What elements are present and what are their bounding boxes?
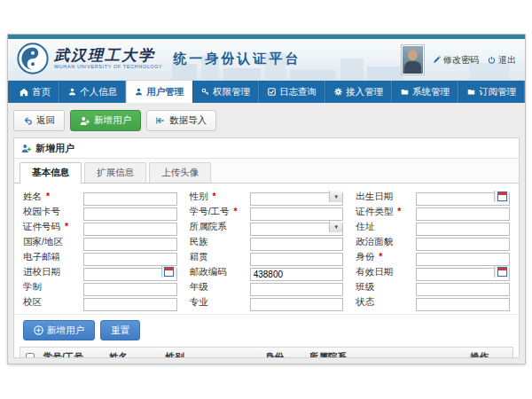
form-field-ethnicity: 民族 xyxy=(190,235,344,248)
app-window: 武汉理工大学 WUHAN UNIVERSITY OF TECHNOLOGY 统一… xyxy=(7,34,526,364)
university-name-cn: 武汉理工大学 xyxy=(54,48,162,63)
campus-card-no-input[interactable] xyxy=(83,207,177,221)
form-field-class: 班级 xyxy=(356,280,510,293)
user-icon xyxy=(68,88,76,96)
student-id-input[interactable] xyxy=(250,207,344,221)
id-type-label: 证件类型 * xyxy=(356,206,416,218)
status-label: 状态 xyxy=(356,296,416,309)
panel-tabs: 基本信息扩展信息上传头像 xyxy=(14,159,519,184)
country-region-input[interactable] xyxy=(83,238,177,251)
plus-circle-icon xyxy=(34,325,43,335)
form-field-id-number: 证件号码 * xyxy=(23,220,177,233)
nav-tab-user-management[interactable]: 用户管理 xyxy=(126,81,192,103)
content-area: 返回 新增用户 数据导入 新增用户 基本信息 xyxy=(8,103,525,364)
add-user-panel: 新增用户 基本信息扩展信息上传头像 姓名 *性别 *▼出生日期 校园卡号 学号/… xyxy=(13,137,520,358)
nav-tab-access-management[interactable]: 接入管理 xyxy=(325,81,392,103)
submit-button-label: 新增用户 xyxy=(47,325,84,337)
user-list-table: 学号/工号姓名性别身份所属院系操作 xyxy=(20,347,513,357)
nav-tab-label: 个人信息 xyxy=(80,86,117,98)
folder-icon xyxy=(401,88,409,96)
status-input[interactable] xyxy=(416,298,510,311)
form-grid: 姓名 *性别 *▼出生日期 校园卡号 学号/工号 *证件类型 *证件号码 *所属… xyxy=(14,184,519,313)
native-place-input[interactable] xyxy=(250,253,344,266)
postal-code-input[interactable] xyxy=(250,268,344,281)
name-input[interactable] xyxy=(83,192,177,206)
campus-input[interactable] xyxy=(83,298,177,311)
nav-tab-log-query[interactable]: 日志查询 xyxy=(259,81,325,103)
logout-link[interactable]: 退出 xyxy=(488,54,516,66)
select-all-checkbox[interactable] xyxy=(26,353,35,358)
back-button-label: 返回 xyxy=(36,114,55,127)
political-status-label: 政治面貌 xyxy=(356,236,416,248)
id-type-input[interactable] xyxy=(416,207,510,221)
submit-add-user-button[interactable]: 新增用户 xyxy=(23,320,95,340)
name-label: 姓名 * xyxy=(23,191,83,203)
key-icon xyxy=(201,88,209,96)
form-field-status: 状态 xyxy=(356,295,510,309)
form-field-country-region: 国家/地区 xyxy=(23,235,177,248)
column-header-student-id: 学号/工号 xyxy=(40,351,106,358)
nav-tab-label: 系统管理 xyxy=(412,86,450,98)
change-password-label: 修改密码 xyxy=(443,54,479,66)
nav-bar: 首页个人信息用户管理权限管理日志查询接入管理系统管理订阅管理 xyxy=(8,81,525,103)
panel-title: 新增用户 xyxy=(35,142,74,155)
schooling-length-label: 学制 xyxy=(23,281,83,293)
calendar-icon[interactable] xyxy=(494,191,509,202)
university-name-en: WUHAN UNIVERSITY OF TECHNOLOGY xyxy=(54,65,162,70)
id-number-label: 证件号码 * xyxy=(23,221,83,233)
schooling-length-input[interactable] xyxy=(83,283,177,296)
form-field-grade: 年级 xyxy=(190,280,344,293)
nav-tab-personal-info[interactable]: 个人信息 xyxy=(59,81,126,103)
gender-label: 性别 * xyxy=(190,191,250,203)
identity-input[interactable] xyxy=(416,253,510,266)
form-field-entry-date: 进校日期 xyxy=(23,265,177,278)
grade-input[interactable] xyxy=(250,283,344,296)
nav-tab-label: 用户管理 xyxy=(146,86,184,98)
class-label: 班级 xyxy=(356,281,416,293)
toolbar: 返回 新增用户 数据导入 xyxy=(13,110,520,131)
nav-tab-system-management[interactable]: 系统管理 xyxy=(392,81,458,103)
nav-tab-home[interactable]: 首页 xyxy=(12,81,59,103)
major-input[interactable] xyxy=(250,298,344,311)
tab-upload-avatar[interactable]: 上传头像 xyxy=(149,162,211,183)
postal-code-label: 邮政编码 xyxy=(190,266,250,278)
reset-button-label: 重置 xyxy=(111,325,129,337)
form-field-campus: 校区 xyxy=(23,295,177,309)
gear-icon xyxy=(334,88,342,96)
column-header-identity: 身份 xyxy=(262,351,306,358)
change-password-link[interactable]: 修改密码 xyxy=(433,54,479,66)
nav-tab-subscription-management[interactable]: 订阅管理 xyxy=(458,81,525,103)
major-label: 专业 xyxy=(190,296,250,309)
tab-basic-info[interactable]: 基本信息 xyxy=(20,162,82,184)
back-arrow-icon xyxy=(23,116,32,125)
form-field-name: 姓名 * xyxy=(23,190,177,203)
platform-title: 统一身份认证平台 xyxy=(173,51,301,67)
id-number-input[interactable] xyxy=(83,223,177,236)
department-label: 所属院系 xyxy=(190,221,250,233)
form-field-schooling-length: 学制 xyxy=(23,280,177,293)
required-asterisk: * xyxy=(46,191,50,201)
ethnicity-input[interactable] xyxy=(250,238,344,251)
native-place-label: 籍贯 xyxy=(190,251,250,263)
chevron-down-icon[interactable]: ▼ xyxy=(329,191,342,202)
form-field-identity: 身份 * xyxy=(356,250,510,263)
address-label: 住址 xyxy=(356,221,416,233)
political-status-input[interactable] xyxy=(416,238,510,251)
tab-extended-info[interactable]: 扩展信息 xyxy=(84,162,146,183)
address-input[interactable] xyxy=(416,223,510,236)
data-import-button[interactable]: 数据导入 xyxy=(146,110,216,131)
back-button[interactable]: 返回 xyxy=(13,110,65,131)
column-header-name: 姓名 xyxy=(106,351,162,358)
nav-tab-permission-management[interactable]: 权限管理 xyxy=(192,81,259,103)
chevron-down-icon[interactable]: ▼ xyxy=(329,221,342,232)
email-input[interactable] xyxy=(83,253,177,266)
class-input[interactable] xyxy=(416,283,510,296)
calendar-icon[interactable] xyxy=(161,266,176,278)
email-label: 电子邮箱 xyxy=(23,251,83,263)
required-asterisk: * xyxy=(397,206,401,216)
add-user-toolbar-button[interactable]: 新增用户 xyxy=(70,110,141,131)
reset-button[interactable]: 重置 xyxy=(100,320,140,340)
log-icon xyxy=(268,88,276,96)
calendar-icon[interactable] xyxy=(494,266,509,278)
campus-label: 校区 xyxy=(23,296,83,309)
